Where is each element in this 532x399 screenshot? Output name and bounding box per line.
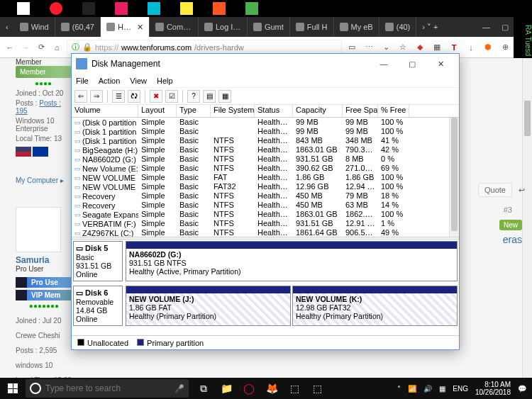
volume-row[interactable]: (Disk 1 partition 2)SimpleBasicHealthy (… xyxy=(72,127,459,136)
handbrake-icon[interactable] xyxy=(213,2,226,15)
col-free[interactable]: Free Spa... xyxy=(343,105,378,117)
clock[interactable]: 8:10 AM 10/26/2018 xyxy=(475,381,511,396)
volume-row[interactable]: (Disk 0 partition 2)SimpleBasicHealthy (… xyxy=(72,118,459,127)
back-button[interactable]: ← xyxy=(4,42,16,53)
partition[interactable]: NEW VOLUME (J:)1.86 GB FATHealthy (Prima… xyxy=(126,286,291,326)
show-hide-button[interactable]: ☰ xyxy=(112,90,125,103)
disk-graphical-view[interactable]: ▭ Disk 5Basic931.51 GBOnlineNA86602D (G:… xyxy=(72,240,459,335)
browser-tab[interactable]: Full H xyxy=(290,17,334,37)
volume-row[interactable]: BigSeagate (H:)SimpleBasicNTFSHealthy (A… xyxy=(72,145,459,154)
list-scrollbar[interactable] xyxy=(449,118,459,237)
app6-icon[interactable]: ⬚ xyxy=(309,381,325,396)
tray-overflow-icon[interactable]: ˄ xyxy=(397,385,401,393)
help-button[interactable]: ? xyxy=(187,90,200,103)
list-button[interactable]: ▤ xyxy=(203,90,216,103)
pocket-icon[interactable]: ⌄ xyxy=(380,42,392,53)
refresh-button[interactable]: 🗘 xyxy=(128,90,140,103)
volume-row[interactable]: RecoverySimpleBasicNTFSHealthy (...450 M… xyxy=(72,201,459,210)
taskview-icon[interactable]: ⧉ xyxy=(196,381,211,396)
browser-tab[interactable]: (60,47 xyxy=(55,17,101,37)
volume-icon[interactable]: 🔊 xyxy=(423,385,432,393)
start-button[interactable] xyxy=(0,378,26,399)
nav-fwd-button[interactable]: ⇒ xyxy=(90,90,103,103)
nav-back-button[interactable]: ⇐ xyxy=(74,90,87,103)
ext3-icon[interactable]: T xyxy=(448,42,460,53)
col-layout[interactable]: Layout xyxy=(138,105,177,117)
window-maximize[interactable]: ▢ xyxy=(496,17,514,37)
m-icon[interactable] xyxy=(115,2,128,15)
disk-header[interactable]: ▭ Disk 6Removable14.84 GBOnline xyxy=(73,286,123,326)
notifications-icon[interactable]: 💬 xyxy=(518,385,526,393)
username-link[interactable]: Samuria xyxy=(16,255,72,265)
app5-icon[interactable]: ⬚ xyxy=(287,381,302,396)
unity-icon[interactable] xyxy=(82,2,95,15)
volume-row[interactable]: Z4Z967KL (C:)SimpleBasicNTFSHealthy (B..… xyxy=(72,228,459,237)
menu-file[interactable]: File xyxy=(76,77,89,85)
menu-help[interactable]: Help xyxy=(157,77,173,85)
disk-header[interactable]: ▭ Disk 5Basic931.51 GBOnline xyxy=(73,241,123,281)
tab-close-icon[interactable]: ✕ xyxy=(137,23,143,32)
volume-row[interactable]: VERBATIM (F:)SimpleBasicNTFSHealthy (P..… xyxy=(72,219,459,228)
close-button[interactable]: ✕ xyxy=(426,55,455,72)
mic-icon[interactable]: 🎤 xyxy=(174,384,184,393)
minimize-button[interactable]: — xyxy=(370,55,398,72)
col-pctfree[interactable]: % Free xyxy=(378,105,409,117)
tab-nav-right[interactable]: › ˅ + xyxy=(416,17,443,37)
col-capacity[interactable]: Capacity xyxy=(293,105,343,117)
volume-row[interactable]: NEW VOLUME (K:)SimpleBasicFAT32Healthy (… xyxy=(72,182,459,191)
volume-row[interactable]: New Volume (E:)SimpleBasicNTFSHealthy (P… xyxy=(72,164,459,173)
avatar[interactable] xyxy=(16,207,61,252)
detail-button[interactable]: ▦ xyxy=(218,90,231,103)
explorer-icon[interactable]: 📁 xyxy=(218,381,234,396)
ext2-icon[interactable]: ▦ xyxy=(431,42,443,53)
properties-button[interactable]: ☑ xyxy=(165,90,178,103)
reload-button[interactable]: ⟳ xyxy=(35,42,47,53)
my-computer-link[interactable]: My Computer ▸ xyxy=(16,176,71,184)
col-status[interactable]: Status xyxy=(255,105,293,117)
ext1-icon[interactable]: ◆ xyxy=(414,42,426,53)
partition[interactable]: NEW VOLUME (K:)12.98 GB FAT32Healthy (Pr… xyxy=(292,286,458,326)
col-fs[interactable]: File System xyxy=(211,105,255,117)
volume-row[interactable]: NA86602D (G:)SimpleBasicNTFSHealthy (A..… xyxy=(72,154,459,164)
disk-row[interactable]: ▭ Disk 6Removable14.84 GBOnlineNEW VOLUM… xyxy=(73,286,458,326)
browser-tab[interactable]: My eB xyxy=(334,17,379,37)
forward-button[interactable]: → xyxy=(20,42,31,53)
firefox-icon[interactable]: 🦊 xyxy=(264,381,279,396)
menu-dots-icon[interactable]: ⋯ xyxy=(363,42,375,53)
browser-tab[interactable]: Comment xyxy=(150,17,199,37)
col-type[interactable]: Type xyxy=(177,105,211,117)
volume-row[interactable]: NEW VOLUME (J:)SimpleBasicFATHealthy (P.… xyxy=(72,173,459,182)
col-volume[interactable]: Volume xyxy=(72,105,138,117)
tab-nav-left[interactable]: ‹ xyxy=(0,17,14,37)
ublock-icon[interactable]: ⬢ xyxy=(482,42,494,53)
disk-row[interactable]: ▭ Disk 5Basic931.51 GBOnlineNA86602D (G:… xyxy=(73,241,458,281)
quote-button[interactable]: Quote xyxy=(478,183,512,197)
video-icon[interactable] xyxy=(148,2,160,15)
language-indicator[interactable]: ENG xyxy=(453,385,468,393)
reply-icon[interactable]: ↩ xyxy=(519,186,525,194)
maximize-button[interactable]: ▢ xyxy=(398,55,426,72)
browser-tab[interactable]: (40) xyxy=(379,17,417,37)
putty-icon[interactable] xyxy=(180,2,193,15)
site-info-icon[interactable]: ⓘ xyxy=(72,42,79,52)
post-number[interactable]: #3 xyxy=(504,206,512,214)
home-button[interactable]: ⌂ xyxy=(51,42,62,53)
tray-app-icon[interactable]: ▦ xyxy=(439,385,445,393)
browser-tab[interactable]: Log In ‹ d xyxy=(199,17,248,37)
opera-taskbar-icon[interactable]: ◯ xyxy=(241,381,257,396)
page-scrollbar[interactable] xyxy=(522,58,532,378)
delete-button[interactable]: ✖ xyxy=(150,90,162,103)
window-titlebar[interactable]: Disk Management — ▢ ✕ xyxy=(72,54,459,74)
utorrent-icon[interactable] xyxy=(245,2,258,15)
search-box[interactable]: 🎤 xyxy=(26,379,189,398)
reader-icon[interactable]: ▭ xyxy=(346,42,358,53)
ext5-icon[interactable]: ⊕ xyxy=(499,42,511,53)
star-icon[interactable]: ☆ xyxy=(397,42,409,53)
browser-tab[interactable]: Wind xyxy=(14,17,55,37)
window-minimize[interactable]: — xyxy=(477,17,496,37)
eras-link[interactable]: eras xyxy=(503,234,522,245)
address-bar[interactable]: ⓘ 🔒 https://www.tenforums.com/drivers-ha… xyxy=(67,40,342,55)
volume-rows[interactable]: (Disk 0 partition 2)SimpleBasicHealthy (… xyxy=(72,118,459,237)
menu-view[interactable]: View xyxy=(130,77,147,85)
search-input[interactable] xyxy=(45,383,170,393)
